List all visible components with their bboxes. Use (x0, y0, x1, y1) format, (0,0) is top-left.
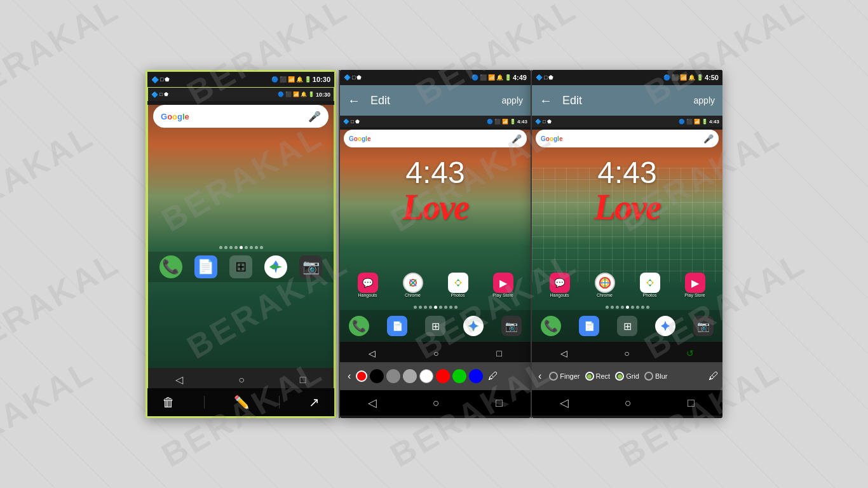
screen2-apply-button[interactable]: apply (502, 95, 523, 105)
svg-point-8 (648, 281, 652, 285)
screen2-nav-back[interactable]: ◁ (369, 348, 376, 358)
screen2-dock: 📞 📄 ⊞ 📷 (340, 310, 531, 342)
color-gray[interactable] (386, 369, 400, 383)
phone-dock-icon[interactable]: 📞 (159, 255, 182, 278)
screen3-nav-back[interactable]: ◁ (560, 348, 567, 358)
mic-icon[interactable]: 🎤 (308, 111, 321, 123)
maps-dock-icon[interactable] (264, 255, 287, 278)
color-red[interactable] (436, 369, 450, 383)
screen1-nav-home[interactable]: ○ (238, 374, 245, 386)
grid-radio[interactable]: Grid (615, 372, 639, 381)
svg-point-3 (456, 281, 460, 285)
screen2-nav: ◁ ○ □ (340, 342, 531, 362)
screen3-nav-home[interactable]: ○ (624, 348, 629, 358)
screen2-outer-home[interactable]: ○ (433, 396, 440, 410)
screen3-phone: 🔷 □ ⬟ 🔵 ⬛ 📶 🔔 🔋 4:50 ← Edit apply (532, 70, 722, 418)
screen1-outer-nav: ◁ ○ □ (147, 416, 334, 418)
screen2-time: 4:49 (513, 74, 527, 81)
screen3-radio-toolbar: ‹ Finger Rect Grid (532, 362, 722, 390)
screen3-dots (532, 306, 722, 309)
screen1-phone: 🔷 □ ⬟ 🔵 ⬛ 📶 🔔 🔋 10:30 🔷□⬟ 🔵 (146, 70, 336, 418)
screen2-nav-home[interactable]: ○ (433, 348, 438, 358)
screen3-time: 4:50 (705, 74, 719, 81)
screen2-outer-recent[interactable]: □ (496, 396, 503, 410)
screen3-outer-nav: ◁ ○ □ (532, 390, 722, 416)
screen2-status-bar: 🔷 □ ⬟ 🔵 ⬛ 📶 🔔 🔋 4:49 (340, 70, 531, 85)
rect-label: Rect (596, 372, 611, 380)
screen2-title: Edit (370, 94, 502, 107)
screen3-nav: ◁ ○ ↺ (532, 342, 722, 362)
share-icon[interactable]: ↗ (309, 395, 320, 410)
docs-dock-icon[interactable]: 📄 (194, 255, 217, 278)
blur-radio[interactable]: Blur (644, 372, 668, 381)
screenshots-container: 🔷 □ ⬟ 🔵 ⬛ 📶 🔔 🔋 10:30 🔷□⬟ 🔵 (0, 0, 868, 488)
screen2-nav-recent[interactable]: □ (496, 348, 501, 358)
screen1-nav-back[interactable]: ◁ (175, 374, 183, 386)
screen3-nav-recent[interactable]: ↺ (686, 348, 694, 358)
screen2-app-icons: 💬 Hangouts Chrome (340, 271, 531, 299)
trash-icon[interactable]: 🗑 (162, 395, 175, 410)
screen1-dots (148, 246, 334, 249)
screen2-color-toolbar: ‹ 🖊 (340, 362, 531, 390)
screen1-wallpaper (148, 105, 334, 368)
screen3-app-icons: 💬 Hangouts Chrome (532, 271, 722, 299)
screen3-outer-back[interactable]: ◁ (560, 396, 569, 410)
screen1-right-icons: 🔵 ⬛ 📶 🔔 🔋 10:30 (271, 76, 330, 83)
screen2-outer-back[interactable]: ◁ (368, 396, 377, 410)
toolbar-left-arrow[interactable]: ‹ (345, 368, 353, 384)
screen1-left-icons: 🔷 □ ⬟ (151, 76, 170, 83)
screen2-love-text: Love (402, 187, 468, 227)
blur-label: Blur (655, 372, 668, 380)
screen2-app-bar: ← Edit apply (340, 85, 531, 116)
screen2-google-bar: Google 🎤 (344, 130, 527, 147)
screen3-back-button[interactable]: ← (539, 93, 552, 108)
finger-label: Finger (560, 372, 580, 380)
color-light-gray[interactable] (403, 369, 417, 383)
color-black[interactable] (370, 369, 384, 383)
screen2-dots (340, 306, 531, 309)
color-red-active[interactable] (356, 370, 367, 382)
screen2-back-button[interactable]: ← (348, 93, 360, 108)
grid-label: Grid (626, 372, 639, 380)
screen3-toolbar-left-arrow[interactable]: ‹ (536, 368, 544, 384)
screen3-app-bar: ← Edit apply (532, 85, 722, 116)
screen3-outer-recent[interactable]: □ (688, 396, 695, 410)
pencil-icon[interactable]: ✏️ (234, 395, 250, 410)
screen1-nav-recent[interactable]: □ (300, 374, 306, 386)
screen1-google-bar[interactable]: Google 🎤 (153, 105, 329, 128)
eraser-icon[interactable]: 🖊 (488, 370, 498, 382)
finger-radio[interactable]: Finger (549, 372, 580, 381)
screen3-love-text: Love (594, 187, 660, 227)
rect-radio[interactable]: Rect (585, 372, 611, 381)
screen1-time: 10:30 (313, 76, 330, 83)
screen3-clock: 4:43 (532, 155, 722, 190)
screen2-phone: 🔷 □ ⬟ 🔵 ⬛ 📶 🔔 🔋 4:49 ← Edit apply (340, 70, 531, 418)
screen3-status-bar: 🔷 □ ⬟ 🔵 ⬛ 📶 🔔 🔋 4:50 (532, 70, 722, 85)
screen3-apply-button[interactable]: apply (694, 95, 715, 105)
screen2-outer-nav: ◁ ○ □ (340, 390, 531, 416)
color-green[interactable] (452, 369, 466, 383)
screen1-action-bar: 🗑 ✏️ ↗ (147, 388, 334, 416)
apps-dock-icon[interactable]: ⊞ (229, 255, 252, 278)
color-white[interactable] (419, 369, 433, 383)
camera-dock-icon[interactable]: 📷 (299, 255, 322, 278)
screen3-outer-home[interactable]: ○ (625, 396, 632, 410)
screen3-google-bar: Google 🎤 (536, 130, 719, 147)
screen3-eraser-icon[interactable]: 🖊 (709, 370, 719, 382)
color-blue[interactable] (469, 369, 483, 383)
screen1-status-bar: 🔷 □ ⬟ 🔵 ⬛ 📶 🔔 🔋 10:30 (147, 72, 334, 87)
screen2-clock: 4:43 (340, 155, 531, 190)
screen1-dock: 📞 📄 ⊞ 📷 (148, 252, 334, 282)
screen3-title: Edit (562, 94, 694, 107)
screen3-dock: 📞 📄 ⊞ 📷 (532, 310, 722, 342)
